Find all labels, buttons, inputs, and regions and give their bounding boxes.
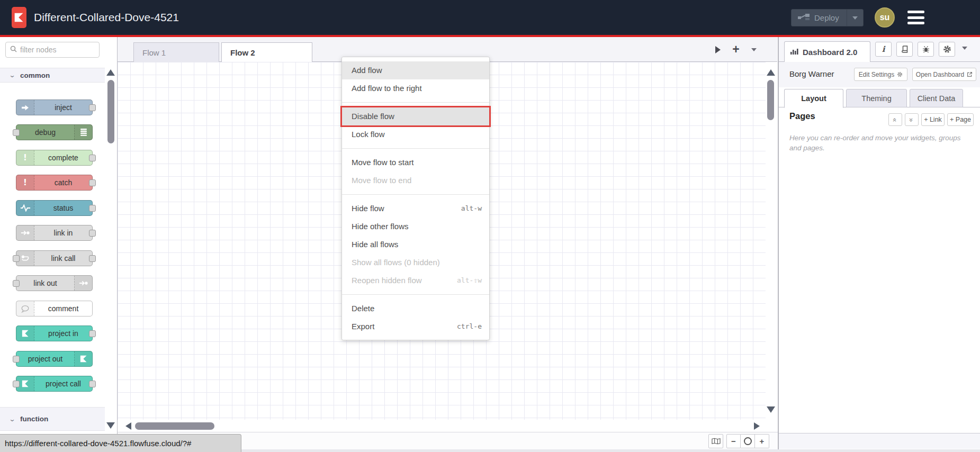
browser-status-url: https://different-collared-dove-4521.flo… bbox=[0, 434, 241, 452]
menu-item-disable-flow[interactable]: Disable flow bbox=[342, 107, 489, 125]
input-port bbox=[13, 356, 20, 363]
palette-category-function[interactable]: ⌄ function bbox=[0, 407, 105, 431]
comment-bubble-icon bbox=[16, 301, 34, 316]
palette-scroll-up-icon[interactable] bbox=[106, 69, 115, 76]
output-port bbox=[89, 155, 96, 161]
shortcut-label: alt-w bbox=[461, 200, 482, 218]
search-icon bbox=[10, 46, 17, 54]
add-page-button[interactable]: + Page bbox=[947, 113, 974, 126]
deploy-label: Deploy bbox=[814, 13, 839, 22]
flow-list-dropdown-icon[interactable] bbox=[748, 37, 760, 62]
palette-node-link-call[interactable]: link call bbox=[16, 250, 93, 266]
menu-separator bbox=[342, 148, 489, 149]
flow-context-menu: Add flow Add flow to the right Disable f… bbox=[341, 57, 490, 340]
book-icon[interactable] bbox=[896, 42, 913, 57]
palette-node-link-in[interactable]: link in bbox=[16, 225, 93, 241]
node-palette: filter nodes ⌄ common inject debug ! com… bbox=[0, 37, 118, 452]
palette-node-project-call[interactable]: project call bbox=[16, 376, 93, 392]
output-port bbox=[89, 255, 96, 262]
zoom-controls: − + bbox=[726, 434, 769, 448]
menu-item-show-all-flows: Show all flows (0 hidden) bbox=[342, 254, 489, 272]
menu-separator bbox=[342, 194, 489, 195]
pages-help-text: Here you can re-order and move your widg… bbox=[789, 133, 964, 153]
instance-name: Borg Warner bbox=[789, 69, 834, 78]
pages-heading: Pages bbox=[789, 111, 815, 121]
menu-item-move-flow-end: Move flow to end bbox=[342, 171, 489, 189]
link-out-icon bbox=[74, 276, 92, 291]
output-port bbox=[89, 104, 96, 111]
palette-node-status[interactable]: status bbox=[16, 200, 93, 216]
input-port bbox=[13, 129, 20, 136]
palette-node-comment[interactable]: comment bbox=[16, 301, 93, 317]
chevron-down-icon: ⌄ bbox=[8, 71, 15, 79]
menu-item-export[interactable]: Exportctrl-e bbox=[342, 318, 489, 336]
dashboard-instance-row: Borg Warner Edit Settings Open Dashboard bbox=[779, 62, 980, 87]
menu-item-lock-flow[interactable]: Lock flow bbox=[342, 125, 489, 143]
map-icon bbox=[712, 438, 721, 445]
waveform-icon bbox=[16, 201, 34, 215]
palette-node-catch[interactable]: ! catch bbox=[16, 175, 93, 191]
palette-node-project-in[interactable]: project in bbox=[16, 326, 93, 341]
palette-scroll-down-icon[interactable] bbox=[106, 422, 115, 429]
inject-icon bbox=[16, 100, 34, 115]
tab-layout[interactable]: Layout bbox=[784, 89, 843, 108]
output-port bbox=[89, 381, 96, 387]
canvas-hscrollbar-thumb[interactable] bbox=[135, 422, 214, 430]
palette-scrollbar-thumb[interactable] bbox=[107, 80, 114, 143]
palette-node-inject[interactable]: inject bbox=[16, 100, 93, 115]
instance-title: Different-Collared-Dove-4521 bbox=[34, 0, 179, 35]
deploy-button[interactable]: Deploy bbox=[791, 9, 864, 26]
sidebar-options-icon[interactable] bbox=[962, 47, 967, 50]
external-link-icon bbox=[967, 71, 973, 77]
add-flow-button[interactable]: + bbox=[729, 37, 743, 62]
tab-flow-2[interactable]: Flow 2 bbox=[221, 42, 312, 62]
main-menu-icon[interactable] bbox=[907, 11, 924, 24]
open-dashboard-button[interactable]: Open Dashboard bbox=[912, 68, 976, 81]
link-in-icon bbox=[16, 225, 34, 240]
double-chevron-down-icon: » bbox=[907, 117, 915, 121]
tab-client-data[interactable]: Client Data bbox=[910, 89, 963, 107]
output-port bbox=[89, 330, 96, 337]
sidebar-footer bbox=[779, 433, 980, 449]
add-link-button[interactable]: + Link bbox=[921, 113, 945, 126]
menu-item-add-flow[interactable]: Add flow bbox=[342, 61, 489, 79]
sidebar-tabs: Layout Theming Client Data bbox=[779, 87, 980, 107]
canvas-scroll-down-icon[interactable] bbox=[767, 406, 775, 413]
menu-item-add-flow-right[interactable]: Add flow to the right bbox=[342, 79, 489, 97]
output-port bbox=[89, 179, 96, 186]
minimap-toggle-button[interactable] bbox=[708, 434, 723, 448]
zoom-out-button[interactable]: − bbox=[726, 434, 741, 448]
tab-scroll-right-button[interactable] bbox=[712, 37, 724, 62]
exclamation-icon: ! bbox=[16, 150, 34, 165]
menu-item-delete[interactable]: Delete bbox=[342, 300, 489, 318]
canvas-scroll-left-icon[interactable] bbox=[125, 422, 131, 430]
deploy-options-button[interactable] bbox=[847, 10, 863, 26]
user-avatar[interactable]: su bbox=[875, 7, 895, 28]
info-icon[interactable]: i bbox=[875, 42, 892, 57]
palette-node-complete[interactable]: ! complete bbox=[16, 150, 93, 166]
gear-icon[interactable] bbox=[939, 42, 955, 57]
menu-item-hide-all-flows[interactable]: Hide all flows bbox=[342, 236, 489, 254]
zoom-in-button[interactable]: + bbox=[755, 434, 769, 448]
palette-node-link-out[interactable]: link out bbox=[16, 275, 93, 291]
sidebar-tab-dashboard[interactable]: Dashboard 2.0 bbox=[784, 41, 870, 62]
canvas-vscrollbar-thumb[interactable] bbox=[767, 80, 774, 120]
menu-item-move-flow-start[interactable]: Move flow to start bbox=[342, 153, 489, 171]
menu-item-hide-flow[interactable]: Hide flowalt-w bbox=[342, 200, 489, 218]
canvas-scroll-right-icon[interactable] bbox=[754, 422, 760, 430]
tab-flow-1[interactable]: Flow 1 bbox=[133, 42, 219, 62]
tab-theming[interactable]: Theming bbox=[846, 89, 907, 107]
zoom-reset-button[interactable] bbox=[741, 434, 755, 448]
collapse-all-button[interactable]: « bbox=[888, 113, 902, 126]
menu-item-hide-other-flows[interactable]: Hide other flows bbox=[342, 218, 489, 236]
expand-all-button[interactable]: » bbox=[905, 113, 919, 126]
palette-category-common[interactable]: ⌄ common bbox=[0, 68, 105, 83]
edit-settings-button[interactable]: Edit Settings bbox=[854, 68, 907, 81]
canvas-scroll-up-icon[interactable] bbox=[767, 69, 775, 76]
bug-icon[interactable] bbox=[918, 42, 934, 57]
palette-node-project-out[interactable]: project out bbox=[16, 351, 93, 367]
deploy-icon bbox=[798, 13, 810, 22]
palette-node-debug[interactable]: debug bbox=[16, 124, 93, 140]
palette-search-input[interactable]: filter nodes bbox=[5, 42, 100, 58]
shortcut-label: alt-⇧w bbox=[457, 272, 482, 290]
